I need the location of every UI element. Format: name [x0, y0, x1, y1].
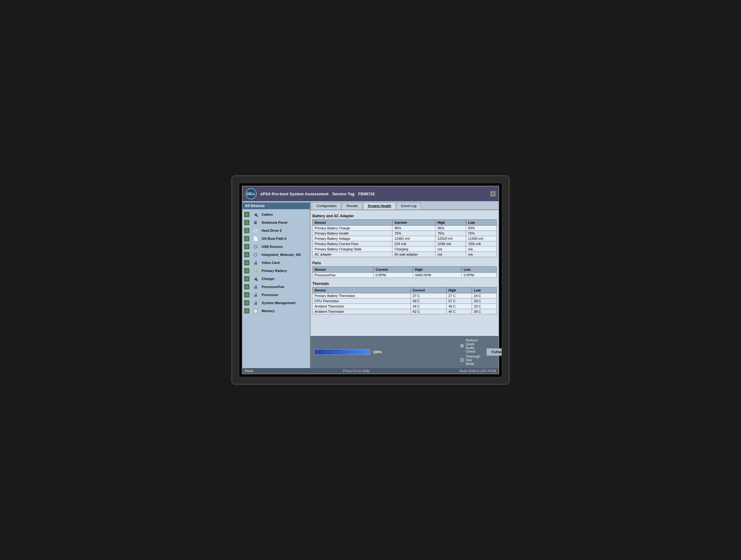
device-label: Primary Battery — [262, 269, 287, 272]
checkbox-icon: ✓ — [244, 236, 249, 241]
checkbox-icon: ✓ — [244, 300, 249, 305]
main-content: All Devices ✓🔌Cables✓🖥Notebook Panel✓💿Ha… — [243, 201, 498, 368]
table-cell: 11500 mV — [466, 236, 497, 241]
tab-results[interactable]: Results — [342, 203, 362, 210]
fans-col-current: Current — [374, 267, 413, 272]
device-icon: 💿 — [251, 228, 260, 234]
device-icon: 🖨 — [251, 300, 260, 306]
table-cell: n/a — [466, 252, 497, 257]
device-label: Integrated_Webcam_HD — [262, 253, 300, 256]
thorough-option[interactable]: Thorough Test Mode — [460, 354, 480, 366]
battery-table: Sensor Current High Low Primary Battery … — [312, 220, 497, 257]
sidebar-header: All Devices — [243, 203, 310, 209]
table-cell: Ambient Thermistor — [313, 309, 411, 314]
table-row: Primary Battery Health75%75%75% — [313, 231, 497, 236]
sidebar-item-notebook-panel[interactable]: ✓🖥Notebook Panel — [243, 219, 310, 227]
sidebar-item-video-card[interactable]: ✓🖨Video Card — [243, 259, 310, 267]
device-label: Hard Drive 0 — [262, 229, 282, 232]
sidebar: All Devices ✓🔌Cables✓🖥Notebook Panel✓💿Ha… — [243, 201, 311, 368]
fans-col-high: High — [413, 267, 461, 272]
sidebar-item-processorfan[interactable]: ✓🖨ProcessorFan — [243, 283, 310, 291]
sidebar-item-memory[interactable]: ✓📋Memory — [243, 307, 310, 315]
table-cell: 49 C — [411, 299, 447, 304]
fans-col-sensor: Sensor — [313, 267, 374, 272]
close-button[interactable]: ✕ — [490, 191, 495, 196]
table-cell: 75% — [435, 231, 466, 236]
sidebar-item-os-boot-path-0[interactable]: ✓📄OS Boot Path 0 — [243, 235, 310, 243]
checkbox-icon: ✓ — [244, 268, 249, 273]
sidebar-item-cables[interactable]: ✓🔌Cables — [243, 211, 310, 219]
table-cell: 96% — [435, 226, 466, 231]
audio-check-radio[interactable] — [460, 344, 464, 348]
laptop-frame: DELL ePSA Pre-boot System Assessment Ser… — [231, 175, 510, 385]
sidebar-item-system-management[interactable]: ✓🖨System Management — [243, 299, 310, 307]
f1-help-button[interactable]: F1/Help — [486, 348, 502, 356]
sidebar-item-processor[interactable]: ✓🖨Processor — [243, 291, 310, 299]
table-cell: n/a — [435, 247, 466, 252]
sidebar-item-integrated_webcam_hd[interactable]: ✓⬡Integrated_Webcam_HD — [243, 251, 310, 259]
checkbox-icon: ✓ — [244, 284, 249, 289]
table-row: CPU Thermistor49 C57 C39 C — [313, 299, 497, 304]
device-label: OS Boot Path 0 — [262, 237, 286, 240]
table-cell: Primary Battery Thermistor — [313, 293, 411, 299]
table-row: Ambient Thermistor44 C49 C33 C — [313, 304, 497, 309]
tab-event-log[interactable]: Event Log — [397, 203, 421, 210]
tab-configuration[interactable]: Configuration — [312, 203, 341, 210]
app-title: ePSA Pre-boot System Assessment — [260, 191, 328, 196]
table-row: Primary Battery Charge96%96%93% — [313, 226, 497, 231]
table-cell: Charging — [393, 247, 435, 252]
screen: DELL ePSA Pre-boot System Assessment Ser… — [239, 182, 502, 378]
fans-table: Sensor Current High Low ProcessorFan0 RP… — [312, 266, 497, 278]
table-cell: 0 RPM — [462, 272, 497, 278]
audio-check-option[interactable]: Perform Quick Audio Check — [460, 338, 480, 353]
table-cell: ProcessorFan — [313, 272, 374, 278]
table-cell: CPU Thermistor — [313, 299, 411, 304]
battery-col-low: Low — [466, 220, 497, 226]
sidebar-item-hard-drive-0[interactable]: ✓💿Hard Drive 0 — [243, 227, 310, 235]
sidebar-item-usb-devices[interactable]: ✓⬡USB Devices — [243, 243, 310, 251]
thermals-col-current: Current — [411, 288, 447, 293]
progress-bar-fill — [315, 349, 369, 354]
table-cell: 65 watt adapter — [393, 252, 435, 257]
table-cell: 30 C — [472, 309, 497, 314]
fans-col-low: Low — [462, 267, 497, 272]
thermals-col-high: High — [446, 288, 472, 293]
table-cell: Primary Battery Health — [313, 231, 393, 236]
table-cell: 4440 RPM — [413, 272, 461, 278]
table-cell: AC adapter — [313, 252, 393, 257]
device-icon: 🖨 — [251, 260, 260, 266]
device-icon: 📄 — [251, 236, 260, 242]
table-cell: 12481 mV — [393, 236, 435, 241]
audio-options: Perform Quick Audio Check Thorough Test … — [460, 338, 480, 366]
battery-col-current: Current — [393, 220, 435, 226]
device-label: Video Card — [262, 261, 280, 264]
checkbox-icon: ✓ — [244, 228, 249, 233]
thermals-col-sensor: Sensor — [313, 288, 411, 293]
device-label: Processor — [262, 293, 278, 297]
service-tag-label: Service Tag — [332, 191, 354, 196]
fans-section-title: Fans — [312, 261, 497, 265]
checkbox-icon: ✓ — [244, 220, 249, 225]
checkbox-icon: ✓ — [244, 252, 249, 257]
table-row: Primary Battery Thermistor27 C27 C24 C — [313, 293, 497, 299]
progress-label: 100% — [373, 350, 382, 354]
device-label: Charger — [262, 277, 275, 281]
checkbox-icon: ✓ — [244, 276, 249, 281]
table-cell: 39 C — [472, 299, 497, 304]
table-cell: Primary Battery Charging State — [313, 247, 393, 252]
thorough-checkbox[interactable] — [460, 358, 464, 362]
device-label: System Management — [262, 301, 295, 305]
status-done: Done — [245, 369, 253, 373]
sidebar-item-charger[interactable]: ✓🔌Charger — [243, 275, 310, 283]
table-cell: 33 C — [472, 304, 497, 309]
device-label: Memory — [262, 309, 275, 313]
tab-system-health[interactable]: System Health — [363, 203, 396, 210]
table-cell: 27 C — [411, 293, 447, 299]
device-icon: 🔌 — [251, 276, 260, 282]
sidebar-item-primary-battery[interactable]: ✓🔋Primary Battery — [243, 267, 310, 275]
table-cell: 96% — [393, 226, 435, 231]
table-cell: n/a — [435, 252, 466, 257]
checkbox-icon: ✓ — [244, 244, 249, 249]
thorough-label: Thorough Test Mode — [466, 354, 480, 366]
device-icon: ⬡ — [251, 244, 260, 250]
